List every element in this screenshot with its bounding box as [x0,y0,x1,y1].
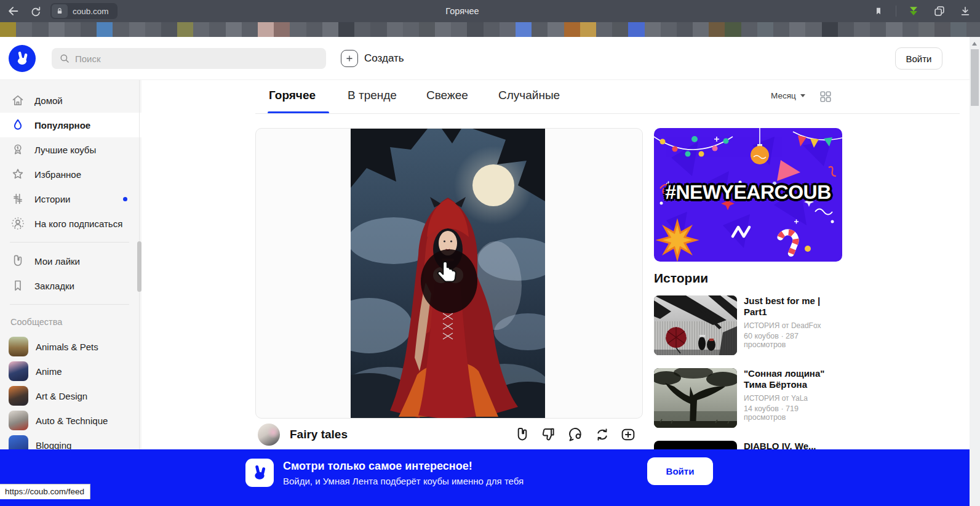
bookmark-favicon[interactable] [290,22,306,37]
bookmark-favicon[interactable] [934,22,950,37]
sidebar-scrollbar-thumb[interactable] [137,241,141,292]
bookmark-favicon[interactable] [628,22,644,37]
bookmark-favicon[interactable] [387,22,403,37]
bookmark-favicon[interactable] [580,22,596,37]
channel-avatar[interactable] [258,424,280,446]
bookmark-favicon[interactable] [709,22,725,37]
bookmark-page-icon[interactable] [870,2,887,20]
bookmark-favicon[interactable] [177,22,193,37]
bookmark-favicon[interactable] [0,22,16,37]
bookmark-favicon[interactable] [564,22,580,37]
bookmark-favicon[interactable] [757,22,773,37]
bookmark-favicon[interactable] [419,22,435,37]
community-auto-technique[interactable]: Auto & Technique [0,408,141,433]
sidebar-item-stories[interactable]: Истории [0,187,141,211]
bookmark-favicon[interactable] [741,22,757,37]
create-button[interactable]: Создать [341,46,404,71]
bookmark-favicon[interactable] [209,22,225,37]
savefrom-extension-icon[interactable] [905,2,922,20]
bookmark-favicon[interactable] [677,22,693,37]
reload-icon[interactable] [27,2,44,20]
sidebar-item-favorites[interactable]: Избранное [0,162,141,187]
bookmark-favicon[interactable] [661,22,677,37]
bookmark-favicon[interactable] [950,22,966,37]
bookmark-favicon[interactable] [532,22,548,37]
repost-icon[interactable] [594,426,611,443]
tab-hot[interactable]: Горячее [269,89,316,102]
tab-fresh[interactable]: Свежее [426,89,468,102]
story-title[interactable]: "Сонная лощина" Тима Бёртона [744,368,842,390]
bookmark-favicon[interactable] [516,22,532,37]
bookmark-favicon[interactable] [322,22,338,37]
bookmark-favicon[interactable] [258,22,274,37]
sidebar-item-popular[interactable]: Популярное [0,113,141,137]
bookmark-favicon[interactable] [484,22,500,37]
bookmark-favicon[interactable] [65,22,81,37]
bookmark-favicon[interactable] [451,22,467,37]
coub-video[interactable] [351,129,545,419]
bookmark-favicon[interactable] [854,22,870,37]
newyearcoub-banner[interactable]: #NEWYEARCOUB [654,128,842,262]
bookmark-favicon[interactable] [97,22,113,37]
page-scrollbar-thumb[interactable] [971,49,979,106]
bookmark-favicon[interactable] [145,22,161,37]
sidebar-item-my-likes[interactable]: Мои лайки [0,249,141,273]
grid-view-icon[interactable] [819,90,832,103]
community-art-design[interactable]: Art & Design [0,384,141,408]
bookmark-favicon[interactable] [725,22,741,37]
bookmark-favicon[interactable] [918,22,934,37]
bookmark-favicon[interactable] [966,22,980,37]
back-icon[interactable] [5,2,22,20]
bookmark-favicon[interactable] [226,22,242,37]
dislike-icon[interactable] [540,426,557,443]
bookmark-favicon[interactable] [49,22,65,37]
bookmark-favicon[interactable] [500,22,516,37]
bookmark-favicon[interactable] [870,22,886,37]
like-horns-icon[interactable] [514,426,531,443]
collections-extension-icon[interactable] [931,2,948,20]
coub-card[interactable] [255,128,643,419]
login-button-top[interactable]: Войти [895,47,942,70]
bookmark-favicon[interactable] [161,22,177,37]
bookmark-favicon[interactable] [645,22,661,37]
search-input[interactable] [75,54,309,64]
bookmark-favicon[interactable] [338,22,354,37]
bookmark-favicon[interactable] [403,22,419,37]
page-scrollbar[interactable] [970,37,980,506]
bookmark-favicon[interactable] [306,22,322,37]
period-dropdown[interactable]: Месяц [771,91,805,100]
bookmark-favicon[interactable] [354,22,370,37]
bookmark-favicon[interactable] [822,22,838,37]
tab-trending[interactable]: В тренде [348,89,397,102]
story-title[interactable]: Just best for me | Part1 [744,295,842,318]
bookmark-favicon[interactable] [902,22,918,37]
lock-icon[interactable] [52,4,68,18]
story-thumbnail[interactable] [654,295,737,355]
downloads-icon[interactable] [957,2,974,20]
bookmark-favicon[interactable] [435,22,451,37]
sidebar-item-home[interactable]: Домой [0,88,141,113]
scrollbar-up-arrow-icon[interactable] [972,42,977,46]
sidebar-item-who-to-follow[interactable]: На кого подписаться [0,211,141,236]
sidebar-scrollbar-track[interactable] [139,80,140,506]
bookmark-favicon[interactable] [693,22,709,37]
comments-icon[interactable] [567,426,584,443]
address-bar[interactable]: coub.com [50,3,118,19]
login-button-banner[interactable]: Войти [647,457,713,485]
bookmark-favicon[interactable] [612,22,628,37]
community-animals-pets[interactable]: Animals & Pets [0,334,141,359]
sidebar-item-best[interactable]: Лучшие коубы [0,137,141,162]
sidebar-item-bookmarks[interactable]: Закладки [0,273,141,298]
bookmark-favicon[interactable] [548,22,564,37]
bookmark-favicon[interactable] [16,22,32,37]
add-to-icon[interactable] [619,426,637,443]
bookmark-favicon[interactable] [789,22,805,37]
bookmark-favicon[interactable] [81,22,97,37]
coub-logo-icon[interactable] [9,45,36,72]
bookmark-favicon[interactable] [193,22,209,37]
bookmark-favicon[interactable] [113,22,129,37]
bookmark-favicon[interactable] [596,22,612,37]
bookmark-favicon[interactable] [274,22,290,37]
channel-name[interactable]: Fairy tales [290,428,348,441]
tab-random[interactable]: Случайные [498,89,560,102]
